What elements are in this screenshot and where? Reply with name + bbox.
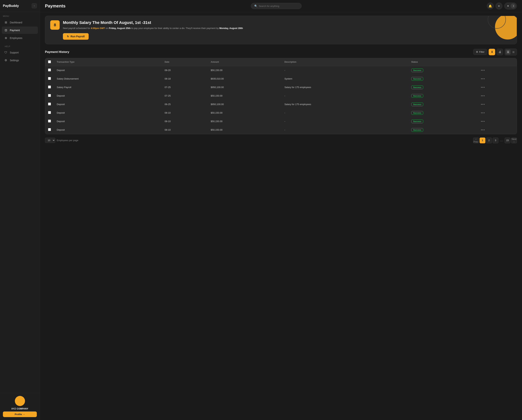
notifications-btn[interactable]: 🔔 — [487, 2, 494, 9]
sidebar-item-label: Dashboard — [10, 21, 22, 24]
table-row: Salary Disbursement 08-18 $935,010.00 Sy… — [45, 75, 517, 83]
sidebar-toggle-btn[interactable]: ‹ — [32, 3, 37, 8]
row-checkbox-1[interactable] — [48, 77, 51, 80]
page-dots: ..... — [499, 139, 504, 142]
banner-desc-prefix: Next payroll scheduled for — [63, 27, 91, 30]
sidebar-item-support[interactable]: 🛡 Support — [2, 49, 38, 56]
sidebar-nav: ⊞ Dashboard ⊡ Payment ⊕ Employees Help 🛡… — [0, 19, 40, 393]
row-checkbox-6[interactable] — [48, 120, 51, 122]
status-badge: Success — [411, 69, 423, 72]
banner-highlight-time: 4:00pm GMT — [91, 27, 105, 30]
cell-description: - — [282, 92, 408, 100]
cell-more[interactable]: ••• — [478, 117, 517, 126]
banner-description: Next payroll scheduled for 4:00pm GMT on… — [63, 26, 512, 30]
more-options-btn[interactable]: ••• — [481, 103, 485, 106]
cell-type: Deposit — [54, 117, 162, 126]
company-name: XYZ COMPANY — [11, 407, 29, 410]
page-2-btn[interactable]: 2 — [486, 137, 492, 143]
prev-page-btn[interactable]: ‹ Prev — [473, 137, 479, 143]
bell-icon: 🔔 — [489, 4, 492, 8]
more-options-btn[interactable]: ••• — [481, 128, 485, 131]
table-row: Salary Payroll 07-25 $950,100.00 Salary … — [45, 83, 517, 92]
list-view-btn[interactable]: ☰ — [506, 49, 511, 54]
sidebar-item-label: Employees — [10, 37, 22, 39]
cell-more[interactable]: ••• — [478, 66, 517, 75]
grid-view-btn[interactable]: ⊞ — [511, 49, 516, 54]
row-checkbox-4[interactable] — [48, 103, 51, 106]
per-page-dropdown[interactable]: 10 25 50 — [45, 138, 55, 143]
filter-button[interactable]: ⚙ Filter — [473, 49, 487, 55]
cell-more[interactable]: ••• — [478, 126, 517, 134]
col-date: Date — [162, 58, 208, 66]
main-content: Payments 🔍 🔔 ✦ ✦ ☽ 8 Monthly Sa — [40, 0, 522, 420]
page-15-btn[interactable]: 15 — [505, 137, 510, 143]
col-status: Status — [408, 58, 478, 66]
row-checkbox-5[interactable] — [48, 111, 51, 114]
cell-more[interactable]: ••• — [478, 92, 517, 100]
cell-description: - — [282, 117, 408, 126]
more-options-btn[interactable]: ••• — [481, 111, 485, 114]
sidebar-item-settings[interactable]: ⚙ Settings — [2, 57, 38, 64]
cell-more[interactable]: ••• — [478, 75, 517, 83]
payroll-banner: 8 Monthly Salary The Month Of August, 1s… — [45, 16, 517, 44]
sidebar-item-dashboard[interactable]: ⊞ Dashboard — [2, 19, 38, 26]
search-input[interactable] — [259, 5, 298, 8]
cell-type: Salary Payroll — [54, 83, 162, 92]
status-badge: Success — [411, 94, 423, 98]
col-amount: Amount — [208, 58, 282, 66]
table-row: Deposit 06-25 $950,100.00 Salary for 175… — [45, 100, 517, 108]
cell-more[interactable]: ••• — [478, 108, 517, 117]
profile-button[interactable]: Profile → — [3, 412, 37, 417]
sidebar-item-payment[interactable]: ⊡ Payment — [2, 26, 38, 34]
more-options-btn[interactable]: ••• — [481, 77, 485, 80]
cell-type: Salary Disbursement — [54, 75, 162, 83]
light-theme-icon: ✦ — [506, 3, 511, 8]
cell-amount: $50,150.00 — [208, 66, 282, 75]
section-actions: ⚙ Filter ⬇ 🖨 ☰ ⊞ — [473, 49, 517, 55]
cell-amount: $935,010.00 — [208, 75, 282, 83]
row-checkbox-3[interactable] — [48, 94, 51, 97]
cell-type: Deposit — [54, 100, 162, 108]
cell-status: Success — [408, 75, 478, 83]
next-page-btn[interactable]: Next › — [511, 137, 517, 143]
more-options-btn[interactable]: ••• — [481, 120, 485, 123]
select-all-checkbox[interactable] — [48, 60, 51, 63]
sparkle-icon: ✦ — [498, 4, 500, 8]
view-toggle: ☰ ⊞ — [505, 49, 517, 55]
banner-desc-suffix: to pay your employee for their ability t… — [131, 27, 220, 30]
search-bar[interactable]: 🔍 — [251, 3, 302, 9]
row-checkbox-0[interactable] — [48, 69, 51, 71]
row-checkbox-2[interactable] — [48, 85, 51, 88]
banner-title: Monthly Salary The Month Of August, 1st … — [63, 20, 512, 25]
filter-icon: ⚙ — [476, 51, 478, 53]
row-checkbox-7[interactable] — [48, 128, 51, 131]
cell-more[interactable]: ••• — [478, 83, 517, 92]
more-options-btn[interactable]: ••• — [481, 86, 485, 89]
table: Transaction Type Date Amount Description… — [45, 58, 517, 134]
download-button[interactable]: ⬇ — [489, 49, 495, 55]
theme-toggle[interactable]: ✦ ☽ — [504, 2, 517, 9]
sidebar-item-label: Settings — [10, 59, 19, 62]
page-3-btn[interactable]: 3 — [493, 137, 499, 143]
cell-description: Salary for 175 employees — [282, 100, 408, 108]
cell-status: Success — [408, 126, 478, 134]
sparkle-btn[interactable]: ✦ — [496, 2, 502, 9]
banner-bold-date: Friday, August 25th — [109, 27, 131, 30]
cell-type: Deposit — [54, 92, 162, 100]
payment-history-header: Payment History ⚙ Filter ⬇ 🖨 ☰ ⊞ — [45, 49, 517, 55]
cell-date: 08-10 — [162, 126, 208, 134]
print-button[interactable]: 🖨 — [497, 49, 503, 55]
col-transaction-type: Transaction Type — [54, 58, 162, 66]
more-options-btn[interactable]: ••• — [481, 69, 485, 72]
status-badge: Success — [411, 85, 423, 89]
cell-status: Success — [408, 108, 478, 117]
calendar-icon: 8 — [50, 20, 60, 30]
more-options-btn[interactable]: ••• — [481, 94, 485, 97]
cell-status: Success — [408, 66, 478, 75]
run-payroll-button[interactable]: ↻ Run Payroll — [63, 33, 89, 40]
sidebar-item-employees[interactable]: ⊕ Employees — [2, 34, 38, 42]
cell-more[interactable]: ••• — [478, 100, 517, 108]
cell-amount: $50,150.00 — [208, 126, 282, 134]
settings-icon: ⚙ — [4, 59, 8, 62]
page-1-btn[interactable]: 1 — [480, 137, 485, 143]
